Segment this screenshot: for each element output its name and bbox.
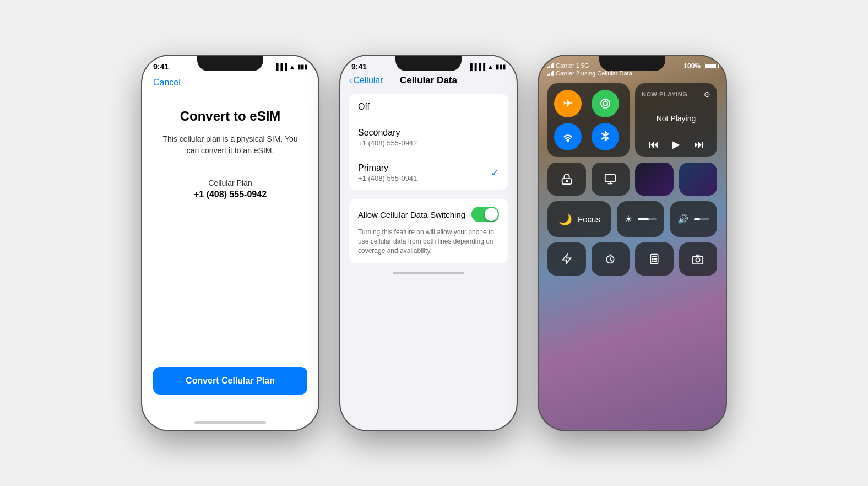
phone-3-content: Carrier 1 5G Carrier 2 using Cellular Da… — [539, 56, 726, 430]
secondary-label: Secondary — [358, 128, 417, 138]
battery-fill — [705, 64, 716, 68]
screen-mirror-button[interactable] — [592, 163, 630, 196]
cc-battery: 100% — [683, 62, 717, 70]
cancel-button[interactable]: Cancel — [142, 73, 318, 92]
np-label: Now Playing — [642, 91, 687, 98]
phone-1-screen: 9:41 ▐▐▐ ▲ ▮▮▮ Cancel Convert to eSIM Th… — [142, 56, 318, 430]
esim-plan-label: Cellular Plan — [208, 179, 252, 187]
screen-lock-button[interactable] — [547, 163, 586, 196]
esim-content: Convert to eSIM This cellular plan is a … — [142, 92, 318, 367]
wifi-icon-1: ▲ — [289, 63, 295, 70]
button-4[interactable] — [679, 163, 718, 196]
screen-title: Cellular Data — [400, 75, 457, 86]
connectivity-block: ✈ — [547, 83, 630, 157]
carrier-1-label: Carrier 1 5G — [556, 62, 589, 69]
back-button[interactable]: ‹ Cellular — [349, 75, 383, 85]
svg-point-12 — [655, 258, 657, 260]
toggle-row: Allow Cellular Data Switching — [358, 207, 499, 222]
esim-title: Convert to eSIM — [180, 109, 281, 125]
esim-plan-number: +1 (408) 555-0942 — [194, 190, 267, 199]
cellular-options-list: Off Secondary +1 (408) 555-0942 Primary … — [349, 94, 508, 190]
svg-point-14 — [654, 261, 655, 262]
phone-3-screen: Carrier 1 5G Carrier 2 using Cellular Da… — [539, 56, 726, 430]
brightness-track — [638, 218, 657, 220]
volume-fill — [694, 218, 700, 220]
play-button[interactable]: ▶ — [672, 138, 680, 150]
cc-top-row: ✈ Now Playing — [547, 83, 717, 157]
toggle-description: Turning this feature on will allow your … — [358, 228, 499, 255]
brightness-icon: ☀ — [625, 214, 632, 224]
svg-point-17 — [696, 258, 700, 262]
airplay-icon[interactable]: ⊙ — [704, 90, 710, 99]
battery-percent: 100% — [683, 62, 701, 70]
back-label: Cellular — [353, 75, 383, 85]
now-playing-tile: Now Playing ⊙ Not Playing ⏮ ▶ ⏭ — [635, 83, 717, 157]
cc-second-row — [547, 163, 717, 196]
phone-2-content: 9:41 ▐▐▐▐ ▲ ▮▮▮ ‹ Cellular Cellular Data… — [340, 56, 517, 430]
cc-grid: ✈ Now Playing — [539, 79, 726, 280]
signal-icon-2: ▐▐▐▐ — [468, 63, 485, 70]
phone-2: 9:41 ▐▐▐▐ ▲ ▮▮▮ ‹ Cellular Cellular Data… — [340, 56, 517, 430]
esim-description: This cellular plan is a physical SIM. Yo… — [159, 133, 302, 156]
np-controls: ⏮ ▶ ⏭ — [642, 138, 710, 150]
home-indicator-1 — [194, 421, 266, 424]
previous-track-button[interactable]: ⏮ — [649, 139, 659, 150]
battery-icon-3 — [704, 63, 717, 69]
option-secondary[interactable]: Secondary +1 (408) 555-0942 — [349, 120, 508, 155]
toggle-label: Allow Cellular Data Switching — [358, 210, 465, 219]
phone-3: Carrier 1 5G Carrier 2 using Cellular Da… — [539, 56, 726, 430]
svg-point-5 — [566, 180, 567, 182]
svg-point-1 — [603, 101, 607, 106]
cellular-data-toggle[interactable] — [471, 207, 499, 222]
status-icons-2: ▐▐▐▐ ▲ ▮▮▮ — [468, 63, 506, 71]
battery-icon-2: ▮▮▮ — [496, 63, 506, 71]
focus-label: Focus — [578, 214, 600, 224]
cc-bottom-row — [547, 242, 717, 276]
switch-section: Allow Cellular Data Switching Turning th… — [349, 199, 508, 263]
option-off[interactable]: Off — [349, 94, 508, 120]
wifi-icon-2: ▲ — [487, 63, 493, 70]
wifi-button[interactable] — [554, 123, 582, 150]
button-3[interactable] — [635, 163, 674, 196]
timer-button[interactable] — [592, 242, 630, 276]
focus-button[interactable]: 🌙 Focus — [547, 201, 611, 237]
phone-1: 9:41 ▐▐▐ ▲ ▮▮▮ Cancel Convert to eSIM Th… — [142, 56, 318, 430]
nav-bar: ‹ Cellular Cellular Data — [340, 73, 517, 90]
convert-button[interactable]: Convert Cellular Plan — [153, 367, 307, 395]
cellular-button[interactable] — [592, 90, 619, 117]
phone-2-screen: 9:41 ▐▐▐▐ ▲ ▮▮▮ ‹ Cellular Cellular Data… — [340, 56, 517, 430]
brightness-fill — [638, 218, 649, 220]
carrier-2-signal — [547, 71, 554, 76]
chevron-left-icon: ‹ — [349, 75, 352, 85]
status-time-2: 9:41 — [351, 62, 367, 71]
secondary-number: +1 (408) 555-0942 — [358, 139, 417, 147]
option-primary[interactable]: Primary +1 (408) 555-0941 ✓ — [349, 155, 508, 190]
status-time-1: 9:41 — [153, 62, 169, 71]
checkmark-icon: ✓ — [491, 167, 499, 179]
next-track-button[interactable]: ⏭ — [694, 139, 704, 150]
primary-number: +1 (408) 555-0941 — [358, 174, 417, 182]
airplane-mode-button[interactable]: ✈ — [554, 90, 582, 117]
svg-point-11 — [654, 258, 655, 260]
primary-label: Primary — [358, 163, 417, 173]
calculator-button[interactable] — [635, 242, 674, 276]
volume-icon: 🔊 — [677, 214, 688, 224]
volume-track — [694, 218, 709, 220]
svg-point-13 — [652, 261, 653, 262]
svg-point-10 — [652, 258, 653, 260]
svg-rect-6 — [605, 175, 615, 182]
bluetooth-button[interactable] — [592, 123, 619, 150]
brightness-slider[interactable]: ☀ — [617, 201, 664, 237]
svg-point-3 — [567, 139, 569, 141]
notch-1 — [197, 56, 263, 71]
svg-marker-7 — [562, 255, 571, 264]
flashlight-button[interactable] — [547, 242, 586, 276]
cc-focus-row: 🌙 Focus ☀ 🔊 — [547, 201, 717, 237]
np-top: Now Playing ⊙ — [642, 90, 710, 99]
moon-icon: 🌙 — [558, 213, 572, 226]
volume-slider[interactable]: 🔊 — [670, 201, 717, 237]
camera-button[interactable] — [679, 242, 718, 276]
notch-3 — [599, 56, 665, 71]
signal-icon-1: ▐▐▐ — [274, 63, 287, 70]
np-status: Not Playing — [642, 114, 710, 123]
